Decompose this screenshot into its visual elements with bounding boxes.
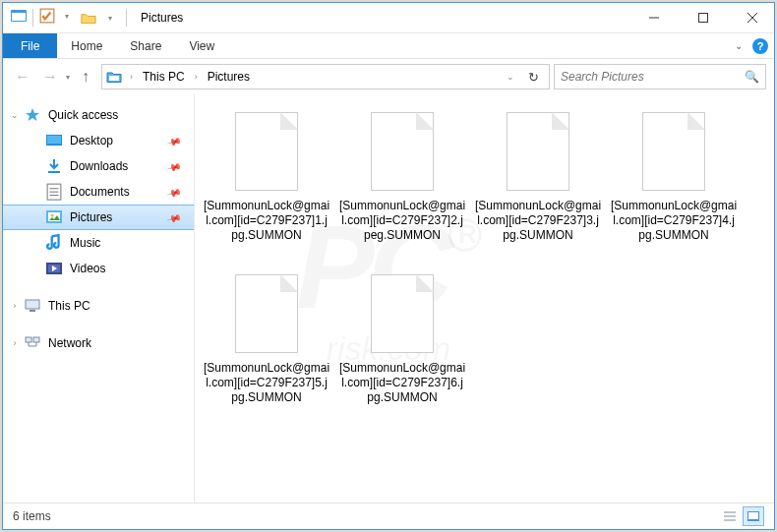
pin-icon: 📌 bbox=[166, 184, 182, 200]
sidebar-item-label: Quick access bbox=[48, 108, 118, 122]
videos-icon bbox=[46, 261, 62, 276]
window-title: Pictures bbox=[141, 11, 183, 25]
forward-button[interactable]: → bbox=[38, 65, 62, 89]
documents-icon bbox=[46, 184, 62, 200]
up-button[interactable]: ↑ bbox=[74, 65, 97, 89]
search-input[interactable] bbox=[561, 70, 739, 84]
svg-rect-23 bbox=[33, 337, 39, 342]
body: ⌄ Quick access Desktop 📌 Downloads 📌 Doc bbox=[3, 94, 774, 502]
file-name: [SummonunLock@gmail.com][id=C279F237]1.j… bbox=[199, 199, 334, 243]
qat-properties-icon[interactable] bbox=[39, 9, 55, 23]
pc-icon bbox=[25, 298, 40, 314]
pictures-icon bbox=[46, 209, 62, 225]
search-icon[interactable]: 🔍 bbox=[745, 70, 759, 84]
file-item[interactable]: [SummonunLock@gmail.com][id=C279F237]1.j… bbox=[199, 104, 334, 266]
minimize-button[interactable] bbox=[632, 4, 676, 32]
chevron-right-icon[interactable]: › bbox=[126, 72, 137, 82]
sidebar-network[interactable]: › Network bbox=[3, 330, 194, 356]
tab-share[interactable]: Share bbox=[116, 33, 175, 58]
view-thumbnails-button[interactable] bbox=[743, 506, 764, 526]
folder-icon bbox=[81, 11, 96, 25]
sidebar-this-pc[interactable]: › This PC bbox=[3, 293, 194, 319]
network-icon bbox=[25, 335, 40, 351]
svg-rect-4 bbox=[699, 14, 708, 23]
file-item[interactable]: [SummonunLock@gmail.com][id=C279F237]2.j… bbox=[334, 104, 470, 266]
tab-file[interactable]: File bbox=[3, 33, 57, 58]
file-item[interactable]: [SummonunLock@gmail.com][id=C279F237]6.j… bbox=[334, 266, 470, 429]
breadcrumb-root[interactable]: This PC bbox=[141, 70, 187, 84]
close-button[interactable] bbox=[731, 4, 774, 32]
sidebar-item-label: Pictures bbox=[70, 210, 112, 224]
address-dropdown[interactable]: ⌄ bbox=[503, 72, 518, 82]
title-bar: ▾ ▾ Pictures bbox=[3, 3, 774, 33]
status-bar: 6 items bbox=[3, 502, 774, 528]
svg-rect-21 bbox=[30, 310, 35, 312]
svg-rect-20 bbox=[26, 300, 39, 309]
file-name: [SummonunLock@gmail.com][id=C279F237]2.j… bbox=[334, 199, 470, 243]
file-item[interactable]: [SummonunLock@gmail.com][id=C279F237]3.j… bbox=[470, 104, 606, 266]
item-count: 6 items bbox=[13, 509, 51, 523]
sidebar-videos[interactable]: Videos bbox=[3, 256, 194, 281]
explorer-window: ▾ ▾ Pictures File Home Share View ⌄ ? ← … bbox=[2, 2, 775, 530]
file-list[interactable]: [SummonunLock@gmail.com][id=C279F237]1.j… bbox=[195, 94, 774, 502]
sidebar-item-label: Downloads bbox=[70, 159, 128, 173]
file-name: [SummonunLock@gmail.com][id=C279F237]6.j… bbox=[334, 361, 470, 405]
file-item[interactable]: [SummonunLock@gmail.com][id=C279F237]4.j… bbox=[606, 104, 742, 266]
file-name: [SummonunLock@gmail.com][id=C279F237]3.j… bbox=[470, 199, 606, 243]
tab-view[interactable]: View bbox=[175, 33, 228, 58]
music-icon bbox=[46, 235, 62, 251]
expand-ribbon-icon[interactable]: ⌄ bbox=[735, 40, 743, 51]
sidebar-pictures[interactable]: Pictures 📌 bbox=[3, 205, 194, 230]
desktop-icon bbox=[46, 133, 62, 148]
file-icon bbox=[501, 108, 575, 195]
view-details-button[interactable] bbox=[719, 506, 741, 526]
sidebar-item-label: This PC bbox=[48, 299, 90, 313]
file-icon bbox=[229, 108, 304, 195]
chevron-right-icon[interactable]: › bbox=[191, 72, 202, 82]
file-name: [SummonunLock@gmail.com][id=C279F237]5.j… bbox=[199, 361, 334, 405]
file-name: [SummonunLock@gmail.com][id=C279F237]4.j… bbox=[606, 199, 742, 243]
pin-icon: 📌 bbox=[166, 158, 182, 174]
file-icon bbox=[229, 270, 304, 357]
refresh-button[interactable]: ↻ bbox=[522, 70, 545, 85]
sidebar-item-label: Music bbox=[70, 236, 100, 250]
separator bbox=[126, 9, 127, 27]
qat-dropdown-1[interactable]: ▾ bbox=[59, 9, 75, 23]
ribbon-tabs: File Home Share View ⌄ ? bbox=[3, 33, 774, 58]
sidebar-downloads[interactable]: Downloads 📌 bbox=[3, 153, 194, 179]
sidebar-quick-access[interactable]: ⌄ Quick access bbox=[3, 102, 194, 128]
star-icon bbox=[25, 107, 40, 123]
svg-rect-22 bbox=[26, 337, 31, 342]
sidebar-music[interactable]: Music bbox=[3, 230, 194, 256]
sidebar-item-label: Desktop bbox=[70, 134, 113, 148]
sidebar-item-label: Documents bbox=[70, 185, 130, 199]
svg-rect-1 bbox=[12, 13, 26, 21]
pictures-folder-icon bbox=[106, 69, 122, 85]
qat-icon-1[interactable] bbox=[11, 9, 27, 23]
back-button[interactable]: ← bbox=[11, 65, 34, 89]
file-icon bbox=[636, 108, 711, 195]
file-item[interactable]: [SummonunLock@gmail.com][id=C279F237]5.j… bbox=[199, 266, 334, 429]
search-box[interactable]: 🔍 bbox=[554, 64, 766, 89]
qat-dropdown-2[interactable]: ▾ bbox=[102, 11, 118, 25]
breadcrumb-folder[interactable]: Pictures bbox=[206, 70, 252, 84]
file-icon bbox=[365, 270, 440, 357]
sidebar-item-label: Videos bbox=[70, 262, 105, 275]
svg-rect-31 bbox=[748, 512, 758, 519]
svg-point-17 bbox=[51, 214, 54, 217]
file-icon bbox=[365, 108, 440, 195]
address-bar[interactable]: › This PC › Pictures ⌄ ↻ bbox=[101, 64, 550, 89]
nav-pane: ⌄ Quick access Desktop 📌 Downloads 📌 Doc bbox=[3, 94, 195, 502]
maximize-button[interactable] bbox=[682, 4, 725, 32]
separator bbox=[32, 9, 33, 27]
history-dropdown[interactable]: ▾ bbox=[66, 73, 70, 82]
nav-bar: ← → ▾ ↑ › This PC › Pictures ⌄ ↻ 🔍 bbox=[3, 59, 774, 94]
downloads-icon bbox=[46, 158, 62, 174]
sidebar-desktop[interactable]: Desktop 📌 bbox=[3, 128, 194, 153]
sidebar-documents[interactable]: Documents 📌 bbox=[3, 179, 194, 205]
pin-icon: 📌 bbox=[166, 133, 182, 148]
pin-icon: 📌 bbox=[166, 209, 182, 225]
tab-home[interactable]: Home bbox=[57, 33, 116, 58]
sidebar-item-label: Network bbox=[48, 336, 91, 350]
help-icon[interactable]: ? bbox=[752, 38, 768, 54]
